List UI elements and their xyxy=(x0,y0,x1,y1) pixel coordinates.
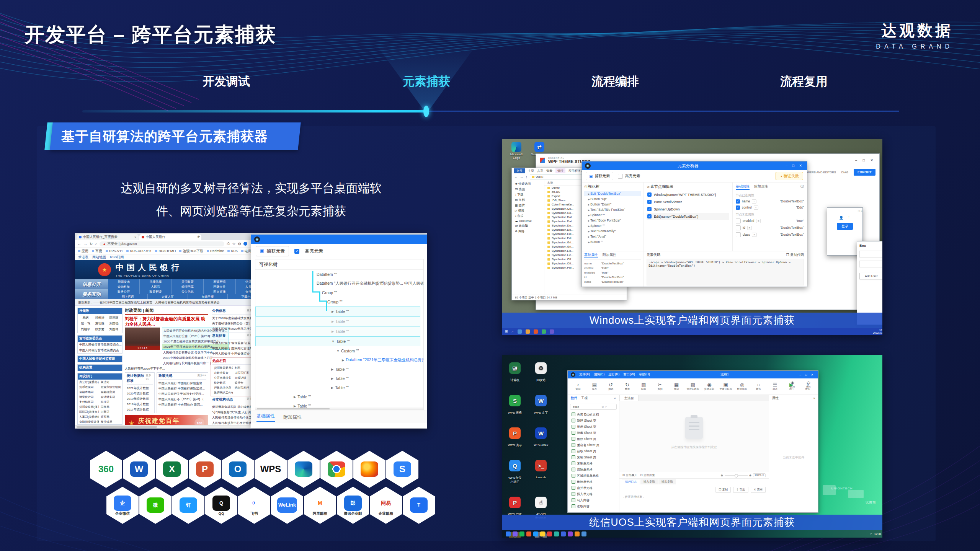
window-controls[interactable]: – □ ✕ xyxy=(786,164,804,168)
operator-select[interactable]: ≈ xyxy=(756,219,761,223)
quicklink[interactable]: RSS订阅 xyxy=(110,255,124,260)
export-log-button[interactable]: ⇧ 导出 xyxy=(733,487,748,493)
page-hscrollbar[interactable] xyxy=(75,425,250,429)
add-user-button[interactable]: Add User xyxy=(859,273,882,279)
leader-name-link[interactable]: 范一飞 xyxy=(78,321,93,326)
expander-icon[interactable]: ▶ xyxy=(332,320,334,323)
tree-row[interactable]: ▶ Table "" xyxy=(255,316,420,326)
control-item[interactable]: 删除单元格 xyxy=(568,479,619,485)
dock-app[interactable] xyxy=(554,531,559,536)
tree-row[interactable]: ▶ Table "" xyxy=(255,326,420,336)
leader-name-link[interactable]: 刘国强 xyxy=(107,321,121,326)
quicklink[interactable]: 网站地图 xyxy=(92,255,106,260)
menu-file[interactable]: 文件(F) xyxy=(579,372,590,377)
dock-app[interactable] xyxy=(513,531,518,536)
tab-close-icon[interactable]: × xyxy=(134,235,136,239)
browser-tab[interactable]: 中国人民银行_百度搜索 × xyxy=(77,234,139,240)
toolbar-button-right[interactable]: ◈ 教程 xyxy=(786,380,799,389)
analyzer-tree-row[interactable]: ▶ Button "Up" xyxy=(584,196,641,202)
zoom-in-icon[interactable]: ⊕ xyxy=(749,474,751,477)
uos-desktop-icon[interactable]: P WPS 演示 xyxy=(503,424,527,447)
capture-element-button[interactable]: ▣捕获元素 xyxy=(256,246,289,256)
tab-project[interactable]: 工程 xyxy=(581,396,588,401)
uos-desktop-icon[interactable]: >_ icon.sh xyxy=(529,456,553,484)
stats-link[interactable]: 2019年统计数据 xyxy=(127,396,153,401)
explorer-tab[interactable]: 查看 xyxy=(546,169,552,173)
highlight-checkbox[interactable] xyxy=(618,174,623,179)
nav-item[interactable]: 政策解读 xyxy=(140,289,172,294)
bookmark-item[interactable]: RPA-V11 xyxy=(106,249,123,253)
toolbar-button[interactable]: ↻ 重做 xyxy=(621,382,634,391)
sidebar-item[interactable]: ▦ 图片 xyxy=(512,202,544,208)
toolbar-button[interactable]: ◉ 流程录制 xyxy=(703,382,716,391)
toolbar-button[interactable]: ‹ 返回 xyxy=(572,382,585,391)
kebab-icon[interactable]: ⋮ xyxy=(847,216,851,220)
studio-menu-item[interactable]: DIAG xyxy=(841,171,848,174)
capture-tool-titlebar[interactable]: ◉ xyxy=(251,235,427,244)
toolbar-button[interactable]: ✂ 剪切 xyxy=(653,382,666,391)
window-controls[interactable]: – □ ✕ xyxy=(800,373,815,377)
branch-link[interactable]: 人民银行天津分行推动个体工商户金融... xyxy=(212,415,256,420)
forward-icon[interactable]: → xyxy=(520,175,523,179)
control-item[interactable]: 获取 Sheet 页 xyxy=(568,448,619,454)
uos-desktop-icon[interactable]: W WPS 2019 xyxy=(529,424,553,447)
toolbar-button[interactable]: ▥ 粘贴 xyxy=(637,382,650,391)
leader-name-link[interactable]: 刘桂平 xyxy=(78,326,93,332)
node-row[interactable]: ✓Spinner.UpDown xyxy=(647,205,729,213)
tree-row[interactable]: ▶ Table "" xyxy=(255,401,423,408)
nav-item[interactable]: 政务公开 xyxy=(108,289,140,294)
discipline-bar[interactable]: 中国人民银行纪检监察组 xyxy=(78,356,122,362)
toolbar-button[interactable]: ↺ 撤销 xyxy=(604,382,617,391)
notice-link[interactable]: 关于撤销证保制限公告（暂）相关情况... xyxy=(212,321,256,326)
node-row[interactable]: ✓Edit(name="DoubleTextBox") xyxy=(647,213,729,220)
expand-all-button[interactable]: ⊞ 全部展开 xyxy=(622,473,637,477)
tree-row[interactable]: DataItem "" xyxy=(255,270,423,279)
analyzer-tree-row[interactable]: ▶ Button "" xyxy=(584,239,641,245)
nav-item[interactable]: 法律法规 xyxy=(140,279,172,284)
expander-icon[interactable]: ▼ xyxy=(336,349,340,353)
clear-icon[interactable]: ⊗ xyxy=(601,405,604,409)
uos-desktop-icon[interactable]: W WPS 文字 xyxy=(529,391,553,415)
explorer-tab[interactable]: 主页 xyxy=(528,169,534,173)
policy-link[interactable]: 中国人民银行令〔2021〕第4号（... xyxy=(158,396,206,402)
quicklink[interactable]: 术语表 xyxy=(78,255,88,260)
analyzer-tree-row[interactable]: ▶ Edit "DoubleTextBox" xyxy=(584,191,641,196)
photo-pager[interactable]: 1 2 3 4 5 xyxy=(125,346,160,350)
tray-icon[interactable]: ⌕ xyxy=(870,532,872,536)
more-link[interactable]: 更多>> xyxy=(145,373,153,383)
extensions-icon[interactable]: ⚙ xyxy=(238,242,241,246)
zoom-slider[interactable] xyxy=(725,475,748,476)
tree-row[interactable]: ▶ Table "" xyxy=(255,374,423,383)
control-item[interactable]: 清除单元格 xyxy=(568,466,619,473)
expander-icon[interactable]: ▼ xyxy=(332,340,335,343)
uos-desktop-icon[interactable]: S WPS 表格 xyxy=(503,391,527,415)
nav-item[interactable]: 国际交往 xyxy=(204,284,235,289)
toolbar-button[interactable]: ☰ 调试 xyxy=(768,382,781,391)
highlight-checkbox[interactable]: ✓ xyxy=(294,249,299,254)
leader-name-link[interactable]: 郭树清 xyxy=(93,315,107,321)
sidebar-item[interactable]: 🖳 此电脑 xyxy=(512,223,544,228)
tab-main-flow[interactable]: 主流程 xyxy=(619,395,639,401)
leader-name-link[interactable]: 易纲 xyxy=(78,315,93,321)
notice-link[interactable]: 关于2020年度金融科技发展奖获奖项目... xyxy=(212,315,256,321)
toolbar-button[interactable]: ▧ 管理依赖库 xyxy=(686,382,699,391)
tree-row[interactable]: ▼ Custom "" xyxy=(255,346,423,355)
tree-row[interactable]: ▶ Table "" xyxy=(255,365,423,374)
expand-icon[interactable]: » xyxy=(813,396,815,400)
toolbar-button-right[interactable]: ◇ 社区 xyxy=(802,380,815,389)
control-item[interactable]: 显示 Sheet 页 xyxy=(568,424,619,430)
tab-extra-props[interactable]: 附加属性 xyxy=(754,184,768,190)
dock-app[interactable] xyxy=(540,531,545,536)
menu-window[interactable]: 窗口(W) xyxy=(623,372,635,377)
leader-name-link[interactable]: 潘功胜 xyxy=(93,321,107,326)
profile-avatar[interactable] xyxy=(243,242,247,246)
tab-flow-orchestration[interactable]: 流程编排 xyxy=(565,73,665,90)
feedback-link[interactable]: 中国人民银行 中国银保监会《关于建... xyxy=(212,351,256,356)
control-item[interactable]: 新建 Sheet 页 xyxy=(568,417,619,424)
dock-app[interactable] xyxy=(581,531,586,536)
clear-log-button[interactable]: ✕ 清空 xyxy=(751,487,766,493)
policy-link[interactable]: 中国人民银行关于加强支付受理... xyxy=(158,391,206,396)
bookmark-item[interactable]: 应用 xyxy=(78,249,88,254)
taskbar-app[interactable] xyxy=(550,329,554,334)
toolbar-button[interactable]: ○ 断点 xyxy=(752,382,765,391)
